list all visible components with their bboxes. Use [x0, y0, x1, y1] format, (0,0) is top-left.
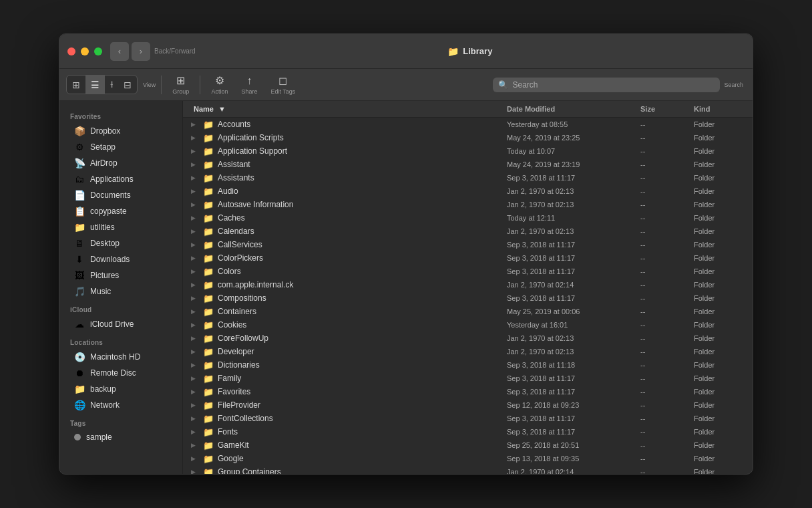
table-row[interactable]: ▶ 📁 Google Sep 13, 2018 at 09:35 -- Fold… [183, 452, 753, 465]
table-row[interactable]: ▶ 📁 Autosave Information Jan 2, 1970 at … [183, 198, 753, 211]
table-row[interactable]: ▶ 📁 Fonts Sep 3, 2018 at 11:17 -- Folder [183, 425, 753, 438]
sidebar-item-downloads[interactable]: ⬇ Downloads [63, 251, 178, 267]
toolbar-divider-2 [200, 76, 200, 94]
row-expand-arrow[interactable]: ▶ [191, 201, 199, 208]
row-expand-arrow[interactable]: ▶ [191, 148, 199, 154]
row-expand-arrow[interactable]: ▶ [191, 161, 199, 168]
table-row[interactable]: ▶ 📁 Caches Today at 12:11 -- Folder [183, 211, 753, 225]
table-row[interactable]: ▶ 📁 CallServices Sep 3, 2018 at 11:17 --… [183, 238, 753, 251]
forward-button[interactable]: › [132, 42, 150, 61]
table-row[interactable]: ▶ 📁 Cookies Yesterday at 16:01 -- Folder [183, 318, 753, 332]
sidebar-item-remote-disc[interactable]: ⏺ Remote Disc [63, 365, 178, 381]
column-name[interactable]: Name ▼ [191, 104, 504, 114]
edit-tags-button[interactable]: ◻ Edit Tags [265, 72, 300, 98]
view-gallery-btn[interactable]: ⊟ [118, 76, 137, 94]
group-button[interactable]: ⊞ Group [167, 72, 194, 98]
row-expand-arrow[interactable]: ▶ [191, 455, 199, 462]
row-expand-arrow[interactable]: ▶ [191, 215, 199, 221]
row-expand-arrow[interactable]: ▶ [191, 348, 199, 355]
search-box[interactable]: 🔍 [493, 78, 720, 92]
maximize-button[interactable] [94, 47, 102, 55]
search-input[interactable] [512, 80, 715, 90]
table-row[interactable]: ▶ 📁 Colors Sep 3, 2018 at 11:17 -- Folde… [183, 265, 753, 278]
row-expand-arrow[interactable]: ▶ [191, 402, 199, 408]
table-row[interactable]: ▶ 📁 ColorPickers Sep 3, 2018 at 11:17 --… [183, 251, 753, 265]
row-expand-arrow[interactable]: ▶ [191, 428, 199, 435]
table-row[interactable]: ▶ 📁 Containers May 25, 2019 at 00:06 -- … [183, 305, 753, 318]
sidebar-item-utilities[interactable]: 📁 utilities [63, 219, 178, 235]
sidebar-item-setapp[interactable]: ⚙ Setapp [63, 139, 178, 155]
row-expand-arrow[interactable]: ▶ [191, 388, 199, 395]
column-size[interactable]: Size [638, 104, 691, 114]
sidebar-item-music[interactable]: 🎵 Music [63, 283, 178, 299]
row-filename: Application Support [218, 146, 287, 156]
share-button[interactable]: ↑ Share [236, 72, 262, 98]
table-row[interactable]: ▶ 📁 Group Containers Jan 2, 1970 at 02:1… [183, 465, 753, 474]
row-expand-arrow[interactable]: ▶ [191, 228, 199, 235]
sidebar-item-airdrop[interactable]: 📡 AirDrop [63, 155, 178, 171]
table-row[interactable]: ▶ 📁 Audio Jan 2, 1970 at 02:13 -- Folder [183, 184, 753, 198]
sidebar-item-copypaste[interactable]: 📋 copypaste [63, 203, 178, 219]
row-expand-arrow[interactable]: ▶ [191, 121, 199, 128]
table-row[interactable]: ▶ 📁 Developer Jan 2, 1970 at 02:13 -- Fo… [183, 345, 753, 358]
row-filename: com.apple.internal.ck [218, 280, 293, 289]
view-icon-btn[interactable]: ⊞ [67, 76, 85, 94]
row-size-cell: -- [638, 120, 691, 128]
table-row[interactable]: ▶ 📁 Calendars Jan 2, 1970 at 02:13 -- Fo… [183, 225, 753, 238]
row-expand-arrow[interactable]: ▶ [191, 268, 199, 275]
row-expand-arrow[interactable]: ▶ [191, 375, 199, 382]
sidebar-item-desktop[interactable]: 🖥 Desktop [63, 235, 178, 251]
row-expand-arrow[interactable]: ▶ [191, 134, 199, 141]
sidebar-item-applications[interactable]: 🗂 Applications [63, 171, 178, 187]
row-expand-arrow[interactable]: ▶ [191, 174, 199, 181]
back-button[interactable]: ‹ [110, 42, 129, 61]
sidebar-item-network[interactable]: 🌐 Network [63, 397, 178, 413]
column-kind[interactable]: Kind [691, 104, 745, 114]
row-size-cell: -- [638, 361, 691, 369]
sidebar-item-pictures[interactable]: 🖼 Pictures [63, 267, 178, 283]
table-row[interactable]: ▶ 📁 Accounts Yesterday at 08:55 -- Folde… [183, 118, 753, 131]
action-button[interactable]: ⚙ Action [206, 72, 233, 98]
row-filename: Fonts [218, 427, 238, 436]
row-expand-arrow[interactable]: ▶ [191, 335, 199, 342]
table-row[interactable]: ▶ 📁 Family Sep 3, 2018 at 11:17 -- Folde… [183, 372, 753, 385]
table-row[interactable]: ▶ 📁 Application Support Today at 10:07 -… [183, 144, 753, 158]
table-row[interactable]: ▶ 📁 Assistants Sep 3, 2018 at 11:17 -- F… [183, 171, 753, 184]
row-expand-arrow[interactable]: ▶ [191, 362, 199, 368]
sidebar-item-macintosh-hd[interactable]: 💿 Macintosh HD [63, 349, 178, 365]
sidebar-item-dropbox[interactable]: 📦 Dropbox [63, 123, 178, 139]
close-button[interactable] [67, 47, 75, 55]
table-row[interactable]: ▶ 📁 Assistant May 24, 2019 at 23:19 -- F… [183, 158, 753, 171]
view-list-btn[interactable]: ☰ [85, 76, 105, 94]
table-row[interactable]: ▶ 📁 CoreFollowUp Jan 2, 1970 at 02:13 --… [183, 332, 753, 345]
row-expand-arrow[interactable]: ▶ [191, 415, 199, 422]
pictures-icon: 🖼 [74, 270, 85, 281]
minimize-button[interactable] [81, 47, 89, 55]
row-size-cell: -- [638, 441, 691, 449]
table-row[interactable]: ▶ 📁 FileProvider Sep 12, 2018 at 09:23 -… [183, 398, 753, 412]
table-row[interactable]: ▶ 📁 com.apple.internal.ck Jan 2, 1970 at… [183, 278, 753, 291]
sidebar-item-icloud-drive[interactable]: ☁ iCloud Drive [63, 316, 178, 332]
row-expand-arrow[interactable]: ▶ [191, 188, 199, 195]
row-expand-arrow[interactable]: ▶ [191, 308, 199, 315]
row-expand-arrow[interactable]: ▶ [191, 469, 199, 474]
row-expand-arrow[interactable]: ▶ [191, 295, 199, 301]
sidebar-item-label-backup: backup [90, 384, 116, 394]
table-row[interactable]: ▶ 📁 FontCollections Sep 3, 2018 at 11:17… [183, 412, 753, 425]
row-expand-arrow[interactable]: ▶ [191, 322, 199, 328]
row-expand-arrow[interactable]: ▶ [191, 442, 199, 449]
table-row[interactable]: ▶ 📁 Favorites Sep 3, 2018 at 11:17 -- Fo… [183, 385, 753, 398]
table-row[interactable]: ▶ 📁 Dictionaries Sep 3, 2018 at 11:18 --… [183, 358, 753, 372]
row-expand-arrow[interactable]: ▶ [191, 241, 199, 248]
view-column-btn[interactable]: ⫲ [105, 76, 118, 94]
sidebar-item-backup[interactable]: 📁 backup [63, 381, 178, 397]
sidebar-item-documents[interactable]: 📄 Documents [63, 187, 178, 203]
sidebar-item-sample[interactable]: sample [63, 430, 178, 444]
row-expand-arrow[interactable]: ▶ [191, 281, 199, 288]
table-row[interactable]: ▶ 📁 GameKit Sep 25, 2018 at 20:51 -- Fol… [183, 438, 753, 452]
folder-icon: 📁 [203, 133, 214, 143]
table-row[interactable]: ▶ 📁 Application Scripts May 24, 2019 at … [183, 131, 753, 144]
row-expand-arrow[interactable]: ▶ [191, 255, 199, 261]
table-row[interactable]: ▶ 📁 Compositions Sep 3, 2018 at 11:17 --… [183, 291, 753, 305]
column-date-modified[interactable]: Date Modified [504, 104, 638, 114]
